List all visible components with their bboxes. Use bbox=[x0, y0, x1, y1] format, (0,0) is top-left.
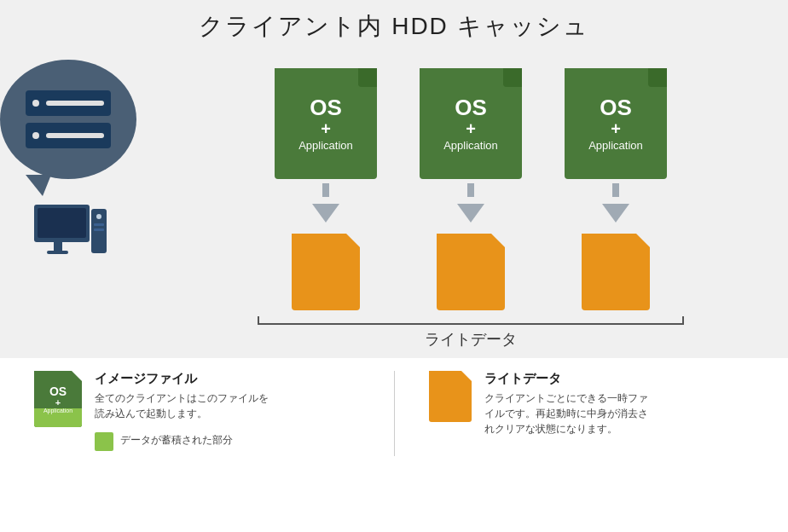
computer-svg bbox=[30, 205, 107, 264]
swatch-label: データが蓄積された部分 bbox=[120, 433, 233, 448]
cache-shape-3 bbox=[582, 234, 650, 310]
small-os-file-content: OS + Application bbox=[34, 371, 82, 427]
diagram-area: OS + Application bbox=[0, 51, 788, 350]
arrow-head-1 bbox=[312, 204, 339, 223]
legend-write-desc: クライアントごとにできる一時ファ イルです。再起動時に中身が消去さ れクリアな状… bbox=[484, 390, 648, 437]
small-plus-text: + bbox=[55, 397, 61, 408]
plus-2: + bbox=[466, 119, 476, 139]
small-os-file-shape: OS + Application bbox=[34, 371, 82, 427]
os-file-shape-2: OS + Application bbox=[420, 68, 522, 179]
os-file-content-3: OS + Application bbox=[565, 68, 667, 179]
svg-rect-3 bbox=[47, 251, 68, 254]
os-label-2: OS bbox=[455, 96, 487, 119]
app-label-3: Application bbox=[588, 139, 643, 152]
server-unit-2 bbox=[26, 123, 111, 148]
svg-rect-1 bbox=[38, 208, 86, 238]
bottom-section: OS + Application イメージファイル 全てのクライアントはこのファ… bbox=[0, 358, 788, 469]
small-cache-file-icon bbox=[429, 371, 472, 422]
arrow-stem-1 bbox=[322, 183, 329, 197]
bracket-container: ライトデータ bbox=[258, 323, 684, 350]
os-file-1: OS + Application bbox=[275, 68, 377, 179]
small-cache-shape bbox=[429, 371, 472, 422]
top-section: クライアント内 HDD キャッシュ bbox=[0, 0, 788, 358]
bracket-label: ライトデータ bbox=[258, 329, 684, 350]
svg-rect-7 bbox=[94, 228, 104, 231]
os-files-row: OS + Application bbox=[275, 68, 667, 310]
arrow-3 bbox=[602, 183, 629, 229]
green-swatch bbox=[95, 432, 113, 451]
swatch-row: データが蓄積された部分 bbox=[95, 430, 269, 451]
legend-image-title: イメージファイル bbox=[95, 371, 269, 387]
arrow-stem-3 bbox=[612, 183, 619, 197]
app-label-1: Application bbox=[298, 139, 353, 152]
plus-1: + bbox=[321, 119, 331, 139]
bracket-line bbox=[258, 323, 684, 325]
legend-image-desc: 全てのクライアントはこのファイルを 読み込んで起動します。 bbox=[95, 390, 269, 421]
computer-icon bbox=[30, 205, 107, 264]
files-area: OS + Application bbox=[154, 51, 788, 350]
os-file-shape-1: OS + Application bbox=[275, 68, 377, 179]
legend-write-data: ライトデータ クライアントごとにできる一時ファ イルです。再起動時に中身が消去さ… bbox=[429, 371, 755, 437]
arrow-stem-2 bbox=[467, 183, 474, 197]
svg-point-5 bbox=[96, 214, 101, 219]
arrow-1 bbox=[312, 183, 339, 229]
small-app-text: Application bbox=[43, 408, 72, 413]
small-os-file-icon: OS + Application bbox=[34, 371, 82, 427]
file-column-3: OS + Application bbox=[565, 68, 667, 310]
server-bar bbox=[46, 101, 104, 106]
svg-rect-6 bbox=[94, 223, 104, 226]
server-unit-1 bbox=[26, 90, 111, 116]
cache-shape-2 bbox=[437, 234, 505, 310]
svg-rect-2 bbox=[54, 242, 62, 251]
server-dot bbox=[32, 100, 39, 107]
cache-file-2 bbox=[437, 234, 505, 310]
cache-file-3 bbox=[582, 234, 650, 310]
arrow-head-3 bbox=[602, 204, 629, 223]
os-file-3: OS + Application bbox=[565, 68, 667, 179]
cache-file-1 bbox=[292, 234, 360, 310]
legend-divider bbox=[394, 371, 395, 456]
page-title: クライアント内 HDD キャッシュ bbox=[199, 10, 588, 43]
server-container bbox=[0, 60, 136, 264]
file-column-2: OS + Application bbox=[420, 68, 522, 310]
os-file-2: OS + Application bbox=[420, 68, 522, 179]
arrow-head-2 bbox=[457, 204, 484, 223]
server-dot-2 bbox=[32, 132, 39, 139]
cache-shape-1 bbox=[292, 234, 360, 310]
legend-write-data-text: ライトデータ クライアントごとにできる一時ファ イルです。再起動時に中身が消去さ… bbox=[484, 371, 648, 437]
legend-image-file: OS + Application イメージファイル 全てのクライアントはこのファ… bbox=[34, 371, 360, 451]
small-os-text: OS bbox=[49, 385, 67, 397]
legend-write-title: ライトデータ bbox=[484, 371, 648, 387]
os-file-shape-3: OS + Application bbox=[565, 68, 667, 179]
image-file-icon-container: OS + Application bbox=[34, 371, 82, 427]
speech-bubble bbox=[0, 60, 136, 179]
file-column-1: OS + Application bbox=[275, 68, 377, 310]
legend-image-file-text: イメージファイル 全てのクライアントはこのファイルを 読み込んで起動します。 デ… bbox=[95, 371, 269, 451]
plus-3: + bbox=[611, 119, 621, 139]
app-label-2: Application bbox=[443, 139, 498, 152]
os-file-content-1: OS + Application bbox=[275, 68, 377, 179]
os-label-3: OS bbox=[600, 96, 632, 119]
os-file-content-2: OS + Application bbox=[420, 68, 522, 179]
os-label-1: OS bbox=[310, 96, 342, 119]
server-bar-2 bbox=[46, 133, 104, 138]
server-icon bbox=[26, 90, 111, 148]
arrow-2 bbox=[457, 183, 484, 229]
write-data-icon-container bbox=[429, 371, 472, 422]
